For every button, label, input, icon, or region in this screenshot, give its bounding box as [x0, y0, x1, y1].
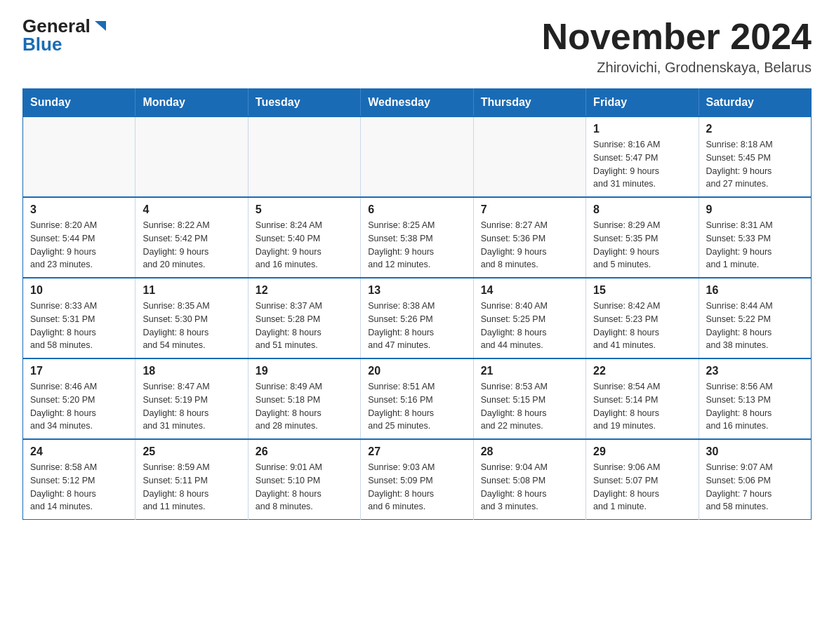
day-number: 29 — [593, 445, 691, 458]
header-row: Sunday Monday Tuesday Wednesday Thursday… — [23, 89, 812, 117]
day-number: 11 — [143, 284, 240, 297]
day-info: Sunrise: 8:24 AM Sunset: 5:40 PM Dayligh… — [256, 219, 353, 271]
logo-blue: Blue — [22, 35, 62, 53]
day-number: 15 — [593, 284, 691, 297]
calendar-cell: 5Sunrise: 8:24 AM Sunset: 5:40 PM Daylig… — [248, 197, 360, 278]
day-info: Sunrise: 8:53 AM Sunset: 5:15 PM Dayligh… — [481, 380, 578, 433]
calendar-cell: 30Sunrise: 9:07 AM Sunset: 5:06 PM Dayli… — [699, 439, 811, 520]
day-info: Sunrise: 8:29 AM Sunset: 5:35 PM Dayligh… — [593, 219, 691, 271]
day-info: Sunrise: 8:40 AM Sunset: 5:25 PM Dayligh… — [481, 300, 578, 352]
day-info: Sunrise: 8:56 AM Sunset: 5:13 PM Dayligh… — [706, 380, 804, 433]
day-number: 8 — [593, 203, 691, 216]
day-number: 19 — [256, 365, 353, 377]
day-info: Sunrise: 9:01 AM Sunset: 5:10 PM Dayligh… — [256, 461, 353, 514]
calendar-title: November 2024 — [542, 17, 812, 57]
calendar-cell: 8Sunrise: 8:29 AM Sunset: 5:35 PM Daylig… — [586, 197, 699, 278]
calendar-cell: 13Sunrise: 8:38 AM Sunset: 5:26 PM Dayli… — [361, 278, 473, 358]
day-info: Sunrise: 9:04 AM Sunset: 5:08 PM Dayligh… — [481, 461, 578, 514]
day-info: Sunrise: 8:47 AM Sunset: 5:19 PM Dayligh… — [143, 380, 240, 433]
col-sunday: Sunday — [23, 89, 135, 117]
day-number: 17 — [30, 365, 128, 377]
day-info: Sunrise: 8:59 AM Sunset: 5:11 PM Dayligh… — [143, 461, 240, 514]
day-number: 9 — [706, 203, 804, 216]
calendar-cell: 11Sunrise: 8:35 AM Sunset: 5:30 PM Dayli… — [135, 278, 248, 358]
calendar-cell: 15Sunrise: 8:42 AM Sunset: 5:23 PM Dayli… — [586, 278, 699, 358]
day-info: Sunrise: 8:20 AM Sunset: 5:44 PM Dayligh… — [30, 219, 128, 271]
day-number: 30 — [706, 445, 804, 458]
day-info: Sunrise: 8:46 AM Sunset: 5:20 PM Dayligh… — [30, 380, 128, 433]
day-number: 23 — [706, 365, 804, 377]
day-number: 1 — [593, 123, 691, 135]
day-info: Sunrise: 8:42 AM Sunset: 5:23 PM Dayligh… — [593, 300, 691, 352]
calendar-cell: 1Sunrise: 8:16 AM Sunset: 5:47 PM Daylig… — [586, 116, 699, 197]
calendar-cell: 25Sunrise: 8:59 AM Sunset: 5:11 PM Dayli… — [135, 439, 248, 520]
day-info: Sunrise: 8:38 AM Sunset: 5:26 PM Dayligh… — [368, 300, 465, 352]
day-number: 13 — [368, 284, 465, 297]
calendar-week-4: 17Sunrise: 8:46 AM Sunset: 5:20 PM Dayli… — [23, 358, 812, 439]
calendar-cell: 27Sunrise: 9:03 AM Sunset: 5:09 PM Dayli… — [361, 439, 473, 520]
day-number: 27 — [368, 445, 465, 458]
day-number: 21 — [481, 365, 578, 377]
calendar-cell: 3Sunrise: 8:20 AM Sunset: 5:44 PM Daylig… — [23, 197, 135, 278]
day-number: 16 — [706, 284, 804, 297]
calendar-cell: 28Sunrise: 9:04 AM Sunset: 5:08 PM Dayli… — [473, 439, 585, 520]
day-number: 5 — [256, 203, 353, 216]
day-info: Sunrise: 8:51 AM Sunset: 5:16 PM Dayligh… — [368, 380, 465, 433]
calendar-cell: 20Sunrise: 8:51 AM Sunset: 5:16 PM Dayli… — [361, 358, 473, 439]
calendar-cell: 29Sunrise: 9:06 AM Sunset: 5:07 PM Dayli… — [586, 439, 699, 520]
calendar-week-3: 10Sunrise: 8:33 AM Sunset: 5:31 PM Dayli… — [23, 278, 812, 358]
day-number: 12 — [256, 284, 353, 297]
day-number: 14 — [481, 284, 578, 297]
col-monday: Monday — [135, 89, 248, 117]
day-info: Sunrise: 9:06 AM Sunset: 5:07 PM Dayligh… — [593, 461, 691, 514]
logo-general: General — [22, 17, 91, 35]
calendar-cell — [23, 116, 135, 197]
calendar-cell: 10Sunrise: 8:33 AM Sunset: 5:31 PM Dayli… — [23, 278, 135, 358]
calendar-cell: 23Sunrise: 8:56 AM Sunset: 5:13 PM Dayli… — [699, 358, 811, 439]
col-friday: Friday — [586, 89, 699, 117]
calendar-cell: 9Sunrise: 8:31 AM Sunset: 5:33 PM Daylig… — [699, 197, 811, 278]
day-info: Sunrise: 8:49 AM Sunset: 5:18 PM Dayligh… — [256, 380, 353, 433]
calendar-cell — [135, 116, 248, 197]
day-info: Sunrise: 9:07 AM Sunset: 5:06 PM Dayligh… — [706, 461, 804, 514]
day-number: 25 — [143, 445, 240, 458]
day-info: Sunrise: 8:18 AM Sunset: 5:45 PM Dayligh… — [706, 138, 804, 191]
calendar-cell: 7Sunrise: 8:27 AM Sunset: 5:36 PM Daylig… — [473, 197, 585, 278]
day-number: 7 — [481, 203, 578, 216]
calendar-cell — [361, 116, 473, 197]
calendar-cell: 12Sunrise: 8:37 AM Sunset: 5:28 PM Dayli… — [248, 278, 360, 358]
day-number: 24 — [30, 445, 128, 458]
title-block: November 2024 Zhirovichi, Grodnenskaya, … — [542, 17, 812, 76]
calendar-cell: 19Sunrise: 8:49 AM Sunset: 5:18 PM Dayli… — [248, 358, 360, 439]
calendar-cell: 6Sunrise: 8:25 AM Sunset: 5:38 PM Daylig… — [361, 197, 473, 278]
svg-marker-0 — [95, 21, 106, 31]
day-number: 10 — [30, 284, 128, 297]
day-info: Sunrise: 8:27 AM Sunset: 5:36 PM Dayligh… — [481, 219, 578, 271]
logo-triangle-icon — [92, 18, 107, 34]
calendar-cell: 22Sunrise: 8:54 AM Sunset: 5:14 PM Dayli… — [586, 358, 699, 439]
calendar-cell — [473, 116, 585, 197]
col-thursday: Thursday — [473, 89, 585, 117]
day-info: Sunrise: 9:03 AM Sunset: 5:09 PM Dayligh… — [368, 461, 465, 514]
day-info: Sunrise: 8:58 AM Sunset: 5:12 PM Dayligh… — [30, 461, 128, 514]
day-number: 20 — [368, 365, 465, 377]
day-number: 26 — [256, 445, 353, 458]
calendar-cell: 2Sunrise: 8:18 AM Sunset: 5:45 PM Daylig… — [699, 116, 811, 197]
day-info: Sunrise: 8:16 AM Sunset: 5:47 PM Dayligh… — [593, 138, 691, 191]
logo: General Blue — [22, 17, 107, 53]
calendar-cell: 16Sunrise: 8:44 AM Sunset: 5:22 PM Dayli… — [699, 278, 811, 358]
day-number: 4 — [143, 203, 240, 216]
calendar-cell: 24Sunrise: 8:58 AM Sunset: 5:12 PM Dayli… — [23, 439, 135, 520]
calendar-cell: 14Sunrise: 8:40 AM Sunset: 5:25 PM Dayli… — [473, 278, 585, 358]
calendar-cell: 26Sunrise: 9:01 AM Sunset: 5:10 PM Dayli… — [248, 439, 360, 520]
day-number: 3 — [30, 203, 128, 216]
day-info: Sunrise: 8:33 AM Sunset: 5:31 PM Dayligh… — [30, 300, 128, 352]
day-number: 18 — [143, 365, 240, 377]
calendar-cell: 18Sunrise: 8:47 AM Sunset: 5:19 PM Dayli… — [135, 358, 248, 439]
day-info: Sunrise: 8:25 AM Sunset: 5:38 PM Dayligh… — [368, 219, 465, 271]
calendar-header: Sunday Monday Tuesday Wednesday Thursday… — [23, 89, 812, 117]
calendar-week-2: 3Sunrise: 8:20 AM Sunset: 5:44 PM Daylig… — [23, 197, 812, 278]
calendar-week-1: 1Sunrise: 8:16 AM Sunset: 5:47 PM Daylig… — [23, 116, 812, 197]
day-info: Sunrise: 8:22 AM Sunset: 5:42 PM Dayligh… — [143, 219, 240, 271]
page-header: General Blue November 2024 Zhirovichi, G… — [22, 17, 812, 76]
